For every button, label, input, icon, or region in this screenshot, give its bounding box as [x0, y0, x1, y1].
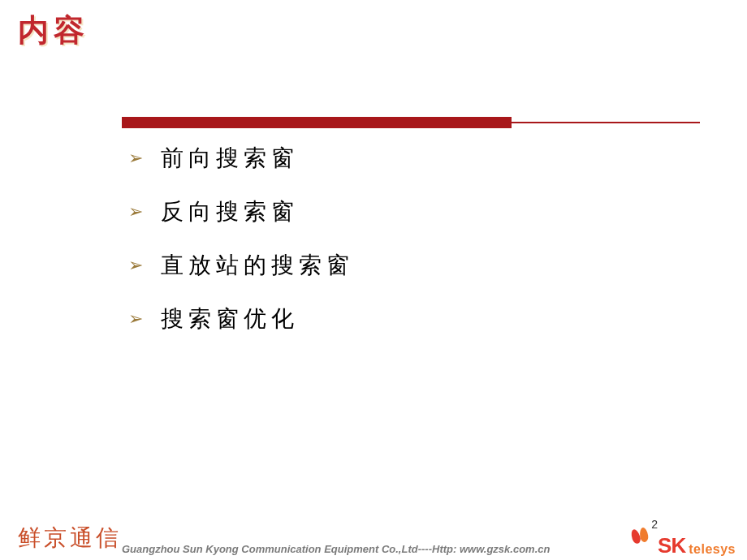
bullet-list: ➢ 前向搜索窗 ➢ 反向搜索窗 ➢ 直放站的搜索窗 ➢ 搜索窗优化 [128, 143, 354, 357]
footer: 鲜京通信 Guangzhou Sun Kyong Communication E… [0, 511, 747, 560]
bullet-text: 反向搜索窗 [161, 196, 299, 227]
list-item: ➢ 搜索窗优化 [128, 304, 354, 334]
divider-bar-thin [512, 122, 700, 123]
arrow-icon: ➢ [128, 201, 143, 222]
logo-wings-icon [632, 526, 656, 545]
footer-company-text: Guangzhou Sun Kyong Communication Equipm… [122, 543, 550, 555]
bullet-text: 直放站的搜索窗 [161, 250, 354, 281]
footer-brand-cn: 鲜京通信 [18, 523, 122, 554]
arrow-icon: ➢ [128, 148, 143, 169]
list-item: ➢ 前向搜索窗 [128, 143, 354, 174]
slide-title: 内容 [18, 10, 89, 51]
arrow-icon: ➢ [128, 308, 143, 330]
list-item: ➢ 直放站的搜索窗 [128, 250, 354, 281]
divider-bar-thick [122, 117, 512, 128]
bullet-text: 搜索窗优化 [161, 304, 299, 334]
sk-telesys-logo: SK telesys [632, 526, 736, 558]
arrow-icon: ➢ [128, 255, 143, 276]
logo-telesys-text: telesys [689, 542, 736, 557]
bullet-text: 前向搜索窗 [161, 143, 299, 174]
list-item: ➢ 反向搜索窗 [128, 196, 354, 227]
logo-sk-text: SK [658, 533, 685, 558]
slide: 内容 内容 ➢ 前向搜索窗 ➢ 反向搜索窗 ➢ 直放站的搜索窗 ➢ 搜索窗优化 … [0, 0, 747, 560]
